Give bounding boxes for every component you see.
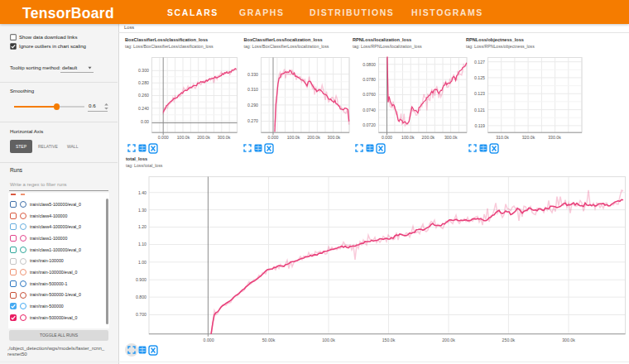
svg-text:0.260: 0.260 [138, 93, 149, 98]
svg-text:200.0k: 200.0k [422, 135, 435, 140]
svg-text:0.0740: 0.0740 [363, 108, 376, 113]
svg-text:200.0k: 200.0k [442, 338, 455, 342]
svg-text:300.0k: 300.0k [444, 135, 458, 140]
svg-text:0.240: 0.240 [138, 106, 149, 111]
svg-text:0.00: 0.00 [141, 119, 149, 124]
svg-text:0.800: 0.800 [136, 295, 146, 299]
svg-text:0.0760: 0.0760 [363, 92, 376, 97]
svg-text:0.330: 0.330 [247, 72, 258, 77]
svg-text:50.00k: 50.00k [262, 338, 276, 342]
svg-text:0.0780: 0.0780 [363, 77, 376, 82]
svg-text:320.0k: 320.0k [522, 135, 535, 140]
svg-text:200.0k: 200.0k [197, 135, 210, 140]
svg-text:0.127: 0.127 [474, 60, 485, 65]
svg-text:0.900: 0.900 [136, 277, 146, 282]
svg-text:0.290: 0.290 [247, 103, 258, 108]
svg-text:0.0720: 0.0720 [363, 122, 376, 127]
svg-text:0.0800: 0.0800 [363, 62, 376, 67]
svg-text:200.0k: 200.0k [307, 135, 320, 140]
svg-text:0.310: 0.310 [247, 87, 258, 92]
svg-text:1.40: 1.40 [138, 190, 146, 195]
svg-text:100.0k: 100.0k [401, 135, 415, 140]
svg-text:1.00: 1.00 [138, 260, 146, 265]
svg-text:0.121: 0.121 [474, 108, 485, 113]
svg-text:0.280: 0.280 [138, 80, 149, 85]
svg-text:0.700: 0.700 [136, 312, 146, 317]
svg-text:1.20: 1.20 [138, 224, 146, 229]
svg-text:330.0k: 330.0k [548, 135, 561, 140]
svg-text:100.0k: 100.0k [322, 338, 335, 342]
svg-text:300.0k: 300.0k [218, 135, 231, 140]
svg-text:300.0k: 300.0k [328, 135, 341, 140]
svg-text:0.123: 0.123 [474, 91, 485, 96]
svg-text:0.125: 0.125 [474, 75, 485, 80]
svg-text:150.0k: 150.0k [382, 338, 396, 342]
svg-text:0.119: 0.119 [474, 123, 485, 128]
svg-text:1.30: 1.30 [138, 208, 146, 213]
svg-text:300.0k: 300.0k [562, 338, 575, 342]
svg-text:250.0k: 250.0k [502, 338, 516, 342]
svg-text:0.270: 0.270 [247, 118, 258, 123]
svg-text:1.10: 1.10 [138, 242, 146, 247]
svg-text:100.0k: 100.0k [177, 135, 190, 140]
svg-text:100.0k: 100.0k [287, 135, 300, 140]
svg-text:0.000: 0.000 [204, 338, 214, 342]
svg-text:0.300: 0.300 [138, 68, 149, 73]
